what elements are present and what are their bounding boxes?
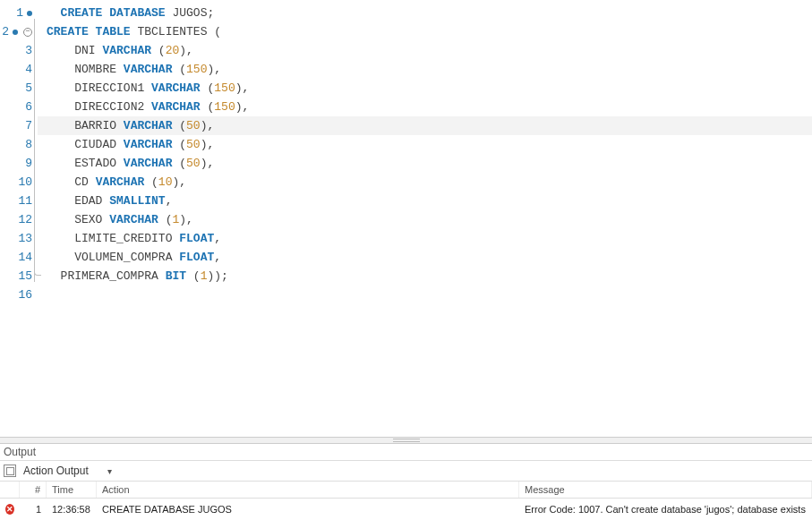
breakpoint-dot-icon[interactable] — [13, 30, 18, 35]
output-panel: Output Action Output ▾ # Time Action Mes… — [0, 444, 812, 520]
token-pn: ) — [214, 269, 221, 283]
row-time: 12:36:58 — [47, 499, 97, 520]
token-pn: , — [243, 100, 250, 114]
output-type-select[interactable]: Action Output — [21, 464, 102, 478]
token-kw: VARCHAR — [124, 63, 179, 76]
output-row[interactable]: ✕ 1 12:36:58 CREATE DATABASE JUGOS Error… — [0, 499, 812, 520]
token-tok: NOMBRE — [74, 63, 124, 76]
code-line[interactable]: LIMITE_CREDITO FLOAT, — [38, 229, 812, 248]
code-line[interactable]: CREATE DATABASE JUGOS; — [38, 4, 812, 22]
token-kw: SMALLINT — [109, 194, 165, 208]
token-kw: VARCHAR — [124, 119, 179, 132]
code-line[interactable]: CREATE TABLE TBCLIENTES ( — [38, 22, 812, 41]
gutter-row[interactable]: 16 — [0, 286, 32, 304]
sql-editor[interactable]: 12−345678910111213141516 CREATE DATABASE… — [0, 0, 812, 437]
output-grid-header: # Time Action Message — [0, 482, 812, 499]
token-pn: ( — [179, 157, 186, 170]
code-line[interactable]: CD VARCHAR (10), — [38, 173, 812, 192]
line-number: 16 — [18, 286, 32, 304]
line-gutter: 12−345678910111213141516 — [0, 0, 38, 437]
token-pn: , — [214, 232, 221, 245]
token-pn: ( — [151, 175, 158, 189]
token-kw: CREATE — [61, 6, 110, 20]
code-line[interactable]: BARRIO VARCHAR (50), — [38, 116, 812, 135]
line-number: 7 — [25, 116, 32, 135]
token-tok: SEXO — [74, 213, 109, 226]
col-num[interactable]: # — [20, 482, 47, 498]
token-pn: ; — [221, 269, 228, 283]
code-line[interactable]: SEXO VARCHAR (1), — [38, 210, 812, 229]
code-line[interactable]: CIUDAD VARCHAR (50), — [38, 135, 812, 154]
gutter-row[interactable]: 7 — [0, 116, 32, 135]
output-toolbar: Action Output ▾ — [0, 461, 812, 482]
token-pn: ( — [179, 63, 186, 76]
code-line[interactable]: VOLUMEN_COMPRA FLOAT, — [38, 248, 812, 267]
gutter-row[interactable]: 14 — [0, 248, 32, 267]
gutter-row[interactable]: 8 — [0, 135, 32, 154]
gutter-row[interactable]: 9 — [0, 154, 32, 173]
token-kw: DATABASE — [109, 6, 172, 20]
token-pn: , — [207, 138, 214, 151]
gutter-row[interactable]: 12 — [0, 210, 32, 229]
code-line[interactable]: PRIMERA_COMPRA BIT (1)); — [38, 267, 812, 286]
line-number: 5 — [25, 79, 32, 98]
token-num: 50 — [186, 119, 201, 132]
gutter-row[interactable]: 2− — [0, 22, 32, 41]
code-line[interactable]: DIRECCION1 VARCHAR (150), — [38, 79, 812, 98]
token-tok: CD — [74, 175, 95, 189]
code-area[interactable]: CREATE DATABASE JUGOS;CREATE TABLE TBCLI… — [38, 0, 812, 437]
token-num: 10 — [158, 175, 173, 189]
token-pn: ) — [235, 81, 243, 95]
pane-splitter[interactable] — [0, 437, 812, 444]
breakpoint-dot-icon[interactable] — [27, 11, 32, 16]
gutter-row[interactable]: 1 — [0, 4, 32, 22]
gutter-row[interactable]: 3 — [0, 41, 32, 60]
token-num: 50 — [186, 138, 201, 151]
token-pn: ) — [179, 44, 186, 57]
gutter-row[interactable]: 11 — [0, 192, 32, 210]
row-num: 1 — [20, 499, 47, 520]
fold-end-icon — [34, 267, 41, 276]
token-num: 150 — [186, 63, 207, 76]
token-tok: PRIMERA_COMPRA — [61, 269, 166, 283]
token-pn: ( — [179, 119, 186, 132]
code-line[interactable]: DIRECCION2 VARCHAR (150), — [38, 98, 812, 116]
gutter-row[interactable]: 5 — [0, 79, 32, 98]
gutter-row[interactable]: 13 — [0, 229, 32, 248]
col-message[interactable]: Message — [519, 482, 812, 498]
line-number: 13 — [18, 229, 32, 248]
token-num: 150 — [214, 81, 235, 95]
fold-toggle-icon[interactable]: − — [23, 28, 32, 37]
code-line[interactable] — [38, 286, 812, 304]
line-number: 12 — [18, 210, 32, 229]
code-line[interactable]: NOMBRE VARCHAR (150), — [38, 60, 812, 79]
token-pn: ( — [179, 138, 186, 151]
token-kw: FLOAT — [179, 232, 214, 245]
line-number: 2 — [2, 22, 9, 41]
token-kw: TABLE — [96, 25, 138, 38]
token-pn: ; — [207, 6, 214, 20]
line-number: 10 — [18, 173, 32, 192]
code-line[interactable]: DNI VARCHAR (20), — [38, 41, 812, 60]
token-kw: VARCHAR — [102, 44, 158, 57]
line-number: 14 — [18, 248, 32, 267]
token-kw: BIT — [166, 269, 193, 283]
token-pn: , — [243, 81, 250, 95]
col-action[interactable]: Action — [97, 482, 519, 498]
output-grid: # Time Action Message ✕ 1 12:36:58 CREAT… — [0, 482, 812, 520]
token-pn: ( — [158, 44, 166, 57]
chevron-down-icon[interactable]: ▾ — [107, 466, 112, 476]
token-num: 20 — [166, 44, 180, 57]
token-kw: FLOAT — [179, 251, 214, 264]
gutter-row[interactable]: 4 — [0, 60, 32, 79]
code-line[interactable]: EDAD SMALLINT, — [38, 192, 812, 210]
gutter-row[interactable]: 15 — [0, 267, 32, 286]
code-line[interactable]: ESTADO VARCHAR (50), — [38, 154, 812, 173]
token-tok: BARRIO — [74, 119, 124, 132]
token-pn: , — [186, 44, 193, 57]
output-panel-label: Output — [0, 444, 812, 461]
output-layout-icon[interactable] — [4, 465, 16, 477]
col-time[interactable]: Time — [47, 482, 97, 498]
gutter-row[interactable]: 6 — [0, 98, 32, 116]
gutter-row[interactable]: 10 — [0, 173, 32, 192]
